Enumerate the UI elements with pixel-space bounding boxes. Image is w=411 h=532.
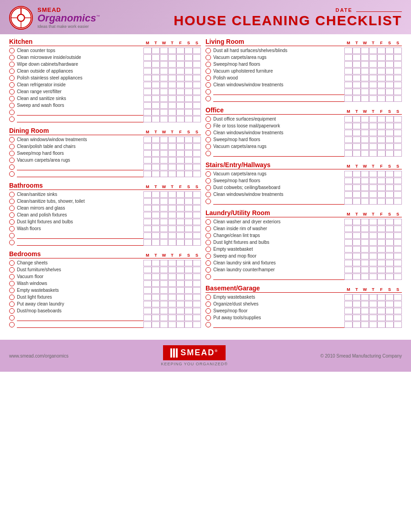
- dining-room-title: Dining Room: [9, 127, 49, 134]
- checkbox-icon[interactable]: [9, 205, 15, 211]
- checkbox-icon[interactable]: [9, 199, 15, 204]
- checkbox-icon[interactable]: [206, 240, 211, 245]
- checkbox-icon[interactable]: [206, 219, 211, 225]
- bedrooms-section: Bedrooms MTWTFSS Change sheets Dust furn…: [9, 250, 201, 328]
- checkbox-icon[interactable]: [9, 137, 15, 142]
- checkbox-icon[interactable]: [9, 267, 15, 273]
- checkbox-icon[interactable]: [9, 103, 15, 108]
- office-days: MTWTFSS: [344, 109, 402, 114]
- list-item: Clean laundry counter/hamper: [206, 267, 402, 273]
- kitchen-section: Kitchen M T W T F S S Clean counter tops…: [9, 38, 201, 122]
- list-item: Vacuum carpets/area rugs: [206, 171, 402, 177]
- checkbox-icon[interactable]: [206, 301, 211, 307]
- smead-footer-logo: SMEAD®: [163, 345, 226, 360]
- laundry-title: Laundry/Utility Room: [206, 209, 270, 216]
- checkbox-icon[interactable]: [9, 68, 15, 74]
- checkbox-icon[interactable]: [206, 123, 211, 129]
- checkbox-icon[interactable]: [9, 151, 15, 156]
- list-item: Clean outside of appliances: [9, 68, 201, 74]
- list-item: Dust furniture/shelves: [9, 267, 201, 273]
- checkbox-icon[interactable]: [206, 75, 211, 81]
- checkbox-icon[interactable]: [9, 226, 15, 232]
- checkbox-icon[interactable]: [206, 48, 211, 53]
- checkbox-icon[interactable]: [206, 253, 211, 259]
- checkbox-icon[interactable]: [206, 68, 211, 74]
- list-item: Vacuum carpets/area rugs: [206, 54, 402, 61]
- checkbox-icon[interactable]: [206, 82, 211, 88]
- office-header: Office MTWTFSS: [206, 106, 402, 115]
- dining-room-section: Dining Room MTWTFSS Clean windows/window…: [9, 127, 201, 177]
- checkbox-icon[interactable]: [9, 82, 15, 88]
- checkbox-icon[interactable]: [9, 89, 15, 95]
- checkbox-icon[interactable]: [206, 260, 211, 266]
- checkbox-icon[interactable]: [206, 55, 211, 60]
- checkbox-icon[interactable]: [206, 62, 211, 67]
- main-content: Kitchen M T W T F S S Clean counter tops…: [0, 34, 411, 336]
- page-header: SMEAD Organomics™ Ideas that make work e…: [0, 0, 411, 34]
- checkbox-icon[interactable]: [206, 116, 211, 122]
- checkbox-icon[interactable]: [206, 130, 211, 136]
- list-item: Sweep and mop floor: [206, 253, 402, 259]
- list-item: Clean range vent/filter: [9, 89, 201, 95]
- checkbox-icon[interactable]: [9, 281, 15, 286]
- office-section: Office MTWTFSS Dust office surfaces/equi…: [206, 106, 402, 157]
- checkbox-icon[interactable]: [9, 75, 15, 81]
- list-item: Dust cobwebs; ceiling/baseboard: [206, 184, 402, 191]
- checkbox-icon[interactable]: [9, 260, 15, 266]
- checkbox-icon[interactable]: [9, 308, 15, 314]
- checkbox-icon[interactable]: [206, 247, 211, 252]
- checkbox-icon[interactable]: [9, 219, 15, 225]
- checkbox-icon[interactable]: [206, 185, 211, 190]
- list-item: Dust light fixtures and bulbs: [9, 219, 201, 225]
- checkbox-icon[interactable]: [9, 288, 15, 293]
- checkbox-icon[interactable]: [206, 267, 211, 273]
- checkbox-icon[interactable]: [9, 62, 15, 67]
- checkbox-icon[interactable]: [206, 315, 211, 321]
- laundry-header: Laundry/Utility Room MTWTFSS: [206, 209, 402, 217]
- list-item: Dust light fixtures: [9, 294, 201, 300]
- blank-line: [9, 171, 201, 177]
- bathrooms-section: Bathrooms MTWTFSS Clean/sanitize sinks C…: [9, 182, 201, 246]
- brand-text: SMEAD Organomics™ Ideas that make work e…: [37, 6, 100, 29]
- kitchen-title: Kitchen: [9, 38, 32, 45]
- checkbox-icon[interactable]: [206, 233, 211, 238]
- footer-website: www.smead.com/organomics: [9, 353, 68, 358]
- list-item: Dust light fixtures and bulbs: [206, 239, 402, 246]
- list-item: Sweep/mop hard floors: [206, 178, 402, 184]
- footer-brand: SMEAD® KEEPING YOU ORGANIZED®: [161, 345, 228, 366]
- bathrooms-title: Bathrooms: [9, 182, 43, 189]
- list-item: Clean microwave inside/outside: [9, 54, 201, 61]
- checkbox-icon[interactable]: [206, 171, 211, 177]
- checkbox-icon[interactable]: [9, 48, 15, 53]
- checkbox-icon[interactable]: [206, 144, 211, 149]
- checkbox-icon[interactable]: [9, 144, 15, 149]
- dining-room-days: MTWTFSS: [143, 130, 201, 134]
- blank-line: [206, 321, 402, 328]
- checkbox-icon[interactable]: [206, 308, 211, 314]
- checkbox-icon[interactable]: [9, 158, 15, 163]
- checkbox-icon[interactable]: [9, 212, 15, 218]
- living-room-header: Living Room MTWTFSS: [206, 38, 402, 46]
- checkbox-icon[interactable]: [9, 55, 15, 60]
- checkbox-icon[interactable]: [9, 295, 15, 300]
- checkbox-icon[interactable]: [9, 96, 15, 101]
- checkbox-icon[interactable]: [206, 178, 211, 184]
- checkbox-icon[interactable]: [206, 137, 211, 142]
- list-item: Polish stainless steel appliances: [9, 75, 201, 81]
- blank-line: [206, 150, 402, 157]
- checkbox-icon[interactable]: [9, 274, 15, 279]
- list-item: Clean windows/window treatments: [206, 130, 402, 136]
- brand-tagline: Ideas that make work easier: [37, 24, 100, 29]
- checkbox-icon[interactable]: [206, 295, 211, 300]
- checkbox-icon[interactable]: [9, 301, 15, 307]
- list-item: Vacuum carpets/area rugs: [206, 143, 402, 150]
- list-item: Empty wastebaskets: [9, 287, 201, 294]
- list-item: Clean windows/window treatments: [206, 82, 402, 88]
- checkbox-icon[interactable]: [206, 226, 211, 232]
- checkbox-icon[interactable]: [206, 192, 211, 197]
- list-item: Sweep/mop hard floors: [206, 137, 402, 143]
- checkbox-icon[interactable]: [9, 192, 15, 197]
- list-item: Change/clean lint traps: [206, 232, 402, 239]
- kitchen-days: M T W T F S S: [143, 41, 201, 45]
- list-item: Clean counter tops: [9, 47, 201, 54]
